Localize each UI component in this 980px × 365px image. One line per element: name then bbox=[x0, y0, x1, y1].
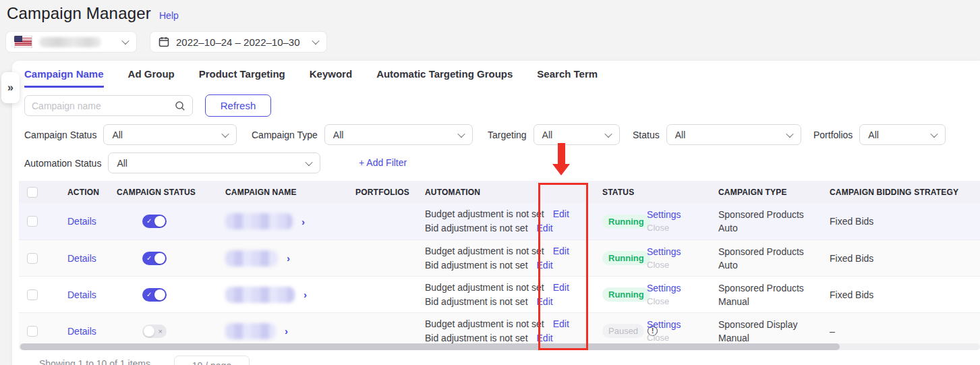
refresh-button[interactable]: Refresh bbox=[205, 94, 271, 117]
search-icon[interactable] bbox=[175, 101, 185, 111]
details-link[interactable]: Details bbox=[67, 326, 96, 337]
col-campaign-type: CAMPAIGN TYPE bbox=[718, 181, 830, 203]
filter-label: Status bbox=[633, 130, 660, 140]
details-link[interactable]: Details bbox=[67, 216, 96, 227]
select-all-checkbox[interactable] bbox=[27, 187, 38, 198]
portfolios-select[interactable]: All bbox=[859, 124, 946, 145]
settings-link[interactable]: Settings bbox=[647, 245, 681, 258]
settings-link[interactable]: Settings bbox=[647, 281, 681, 295]
campaign-search-input[interactable] bbox=[32, 101, 175, 111]
row-checkbox[interactable] bbox=[27, 216, 38, 227]
chevron-right-icon[interactable]: › bbox=[287, 253, 290, 263]
status-badge: Running bbox=[602, 287, 650, 302]
automation-status-select[interactable]: All bbox=[108, 152, 320, 173]
table-row: Details ✓ › Budget adjustment is not set… bbox=[19, 240, 980, 276]
status-cell: Running ! Settings Close bbox=[602, 240, 718, 276]
chevron-right-icon[interactable]: › bbox=[304, 289, 307, 300]
campaign-type-line2: Auto bbox=[718, 258, 738, 272]
horizontal-scrollbar-thumb[interactable] bbox=[20, 343, 840, 350]
status-select[interactable]: All bbox=[666, 124, 801, 145]
close-link[interactable]: Close bbox=[647, 331, 681, 345]
campaign-name-redacted bbox=[225, 323, 276, 339]
settings-link[interactable]: Settings bbox=[647, 318, 681, 331]
tab-keyword[interactable]: Keyword bbox=[310, 68, 352, 88]
edit-budget-adjustment-link[interactable]: Edit bbox=[553, 246, 569, 256]
select-value: All bbox=[117, 158, 127, 169]
tab-bar: Campaign Name Ad Group Product Targeting… bbox=[24, 68, 598, 88]
campaign-type-line2: Manual bbox=[718, 295, 749, 308]
filter-label: Campaign Type bbox=[252, 130, 318, 140]
campaign-status-toggle[interactable]: ✓ bbox=[142, 288, 167, 302]
campaign-type-select[interactable]: All bbox=[324, 124, 473, 145]
toggle-state-icon: × bbox=[158, 327, 163, 335]
campaign-search-box bbox=[24, 95, 193, 116]
toggle-state-icon: ✓ bbox=[146, 291, 152, 298]
toggle-knob bbox=[144, 326, 154, 337]
edit-bid-adjustment-link[interactable]: Edit bbox=[537, 333, 553, 343]
details-link[interactable]: Details bbox=[67, 289, 96, 300]
details-link[interactable]: Details bbox=[67, 253, 96, 264]
sidebar-expand-icon[interactable]: » bbox=[1, 72, 20, 103]
date-range-picker[interactable]: 2022–10–24 – 2022–10–30 bbox=[150, 31, 327, 53]
row-checkbox[interactable] bbox=[27, 289, 38, 300]
close-link[interactable]: Close bbox=[647, 295, 681, 308]
col-portfolios: PORTFOLIOS bbox=[355, 181, 425, 203]
campaign-status-toggle[interactable]: ✓ bbox=[142, 252, 167, 265]
close-link[interactable]: Close bbox=[647, 221, 681, 235]
page-size-select[interactable]: 10 / page bbox=[174, 356, 250, 365]
select-value: All bbox=[333, 130, 344, 140]
row-checkbox[interactable] bbox=[27, 253, 38, 264]
campaign-type-line1: Sponsored Display bbox=[718, 318, 798, 331]
toggle-knob bbox=[154, 216, 165, 227]
edit-budget-adjustment-link[interactable]: Edit bbox=[553, 318, 569, 329]
tab-search-term[interactable]: Search Term bbox=[537, 68, 598, 88]
edit-budget-adjustment-link[interactable]: Edit bbox=[553, 208, 569, 219]
tab-automatic-targeting-groups[interactable]: Automatic Targeting Groups bbox=[376, 68, 513, 88]
campaign-type-cell: Sponsored Products Auto bbox=[718, 240, 830, 276]
help-link[interactable]: Help bbox=[159, 10, 179, 21]
table-body: Details ✓ › Budget adjustment is not set… bbox=[19, 203, 980, 349]
bid-adjustment-text: Bid adjustment is not set bbox=[425, 333, 528, 343]
settings-link[interactable]: Settings bbox=[647, 208, 681, 221]
chevron-right-icon[interactable]: › bbox=[285, 326, 288, 336]
toggle-knob bbox=[154, 253, 165, 264]
targeting-select[interactable]: All bbox=[534, 124, 620, 145]
filter-label: Campaign Status bbox=[24, 130, 96, 140]
close-link[interactable]: Close bbox=[647, 258, 681, 272]
edit-bid-adjustment-link[interactable]: Edit bbox=[537, 223, 553, 233]
chevron-down-icon bbox=[312, 37, 319, 45]
edit-bid-adjustment-link[interactable]: Edit bbox=[537, 296, 553, 307]
campaign-status-toggle[interactable]: ✓ bbox=[142, 215, 167, 228]
budget-adjustment-text: Budget adjustment is not set bbox=[425, 246, 544, 256]
status-badge: Paused bbox=[602, 324, 644, 338]
filter-label: Targeting bbox=[488, 130, 527, 140]
campaign-status-select[interactable]: All bbox=[103, 124, 237, 145]
campaign-type-cell: Sponsored Products Auto bbox=[718, 203, 830, 240]
row-checkbox[interactable] bbox=[27, 326, 38, 337]
add-filter-button[interactable]: + Add Filter bbox=[359, 157, 407, 168]
bid-adjustment-text: Bid adjustment is not set bbox=[425, 223, 528, 233]
edit-bid-adjustment-link[interactable]: Edit bbox=[537, 260, 553, 271]
portfolios-cell bbox=[355, 240, 425, 276]
automation-cell: Budget adjustment is not setEdit Bid adj… bbox=[425, 203, 602, 240]
tab-product-targeting[interactable]: Product Targeting bbox=[199, 68, 285, 88]
filter-label: Automation Status bbox=[24, 158, 101, 169]
col-automation: AUTOMATION bbox=[425, 181, 602, 203]
chevron-down-icon bbox=[931, 130, 938, 137]
filter-campaign-status: Campaign Status All bbox=[24, 124, 237, 145]
campaign-name-redacted bbox=[225, 250, 278, 266]
campaign-status-toggle[interactable]: × bbox=[142, 325, 167, 338]
horizontal-scrollbar-track bbox=[19, 343, 980, 350]
table-row: Details ✓ › Budget adjustment is not set… bbox=[19, 276, 980, 312]
filter-portfolios: Portfolios All bbox=[813, 124, 946, 145]
filter-status: Status All bbox=[633, 124, 801, 145]
col-status: STATUS bbox=[602, 181, 718, 203]
account-selector[interactable] bbox=[5, 31, 137, 53]
page-title: Campaign Manager bbox=[7, 4, 151, 23]
chevron-right-icon[interactable]: › bbox=[301, 217, 305, 227]
tab-ad-group[interactable]: Ad Group bbox=[128, 68, 175, 88]
campaigns-table: ACTION CAMPAIGN STATUS CAMPAIGN NAME POR… bbox=[19, 181, 980, 349]
chevron-down-icon bbox=[222, 130, 229, 137]
edit-budget-adjustment-link[interactable]: Edit bbox=[553, 282, 569, 293]
tab-campaign-name[interactable]: Campaign Name bbox=[24, 68, 104, 88]
